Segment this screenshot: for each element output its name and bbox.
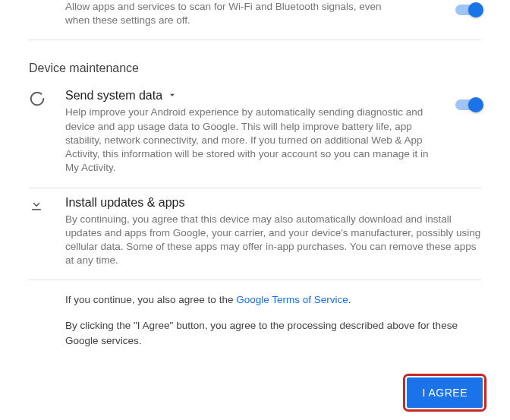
scanning-toggle[interactable] xyxy=(455,5,481,15)
send-system-data-expand[interactable]: Send system data xyxy=(65,89,436,103)
install-desc: By continuing, you agree that this devic… xyxy=(65,213,481,268)
legal-suffix: . xyxy=(348,294,351,305)
legal-prefix: If you continue, you also agree to the xyxy=(65,294,236,305)
footer: I AGREE xyxy=(0,365,510,420)
install-updates-setting: Install updates & apps By continuing, yo… xyxy=(29,188,481,281)
send-system-data-title: Send system data xyxy=(65,89,162,103)
send-system-data-desc: Help improve your Android experience by … xyxy=(65,106,436,175)
section-device-maintenance: Device maintenance xyxy=(29,40,481,81)
sync-icon xyxy=(29,90,46,109)
scanning-desc: Allow apps and services to scan for Wi-F… xyxy=(65,0,436,27)
send-system-data-toggle[interactable] xyxy=(455,99,481,110)
download-icon xyxy=(29,197,44,215)
scanning-icon-placeholder xyxy=(29,0,65,2)
i-agree-button[interactable]: I AGREE xyxy=(407,377,483,408)
tos-link[interactable]: Google Terms of Service xyxy=(236,294,348,305)
install-title: Install updates & apps xyxy=(65,196,184,210)
send-system-data-setting: Send system data Help improve your Andro… xyxy=(29,81,481,188)
chevron-down-icon xyxy=(167,90,178,103)
scanning-setting: Allow apps and services to scan for Wi-F… xyxy=(29,0,481,40)
legal-text: If you continue, you also agree to the G… xyxy=(29,280,481,365)
legal-line2: By clicking the "I Agree" button, you ag… xyxy=(65,318,481,348)
